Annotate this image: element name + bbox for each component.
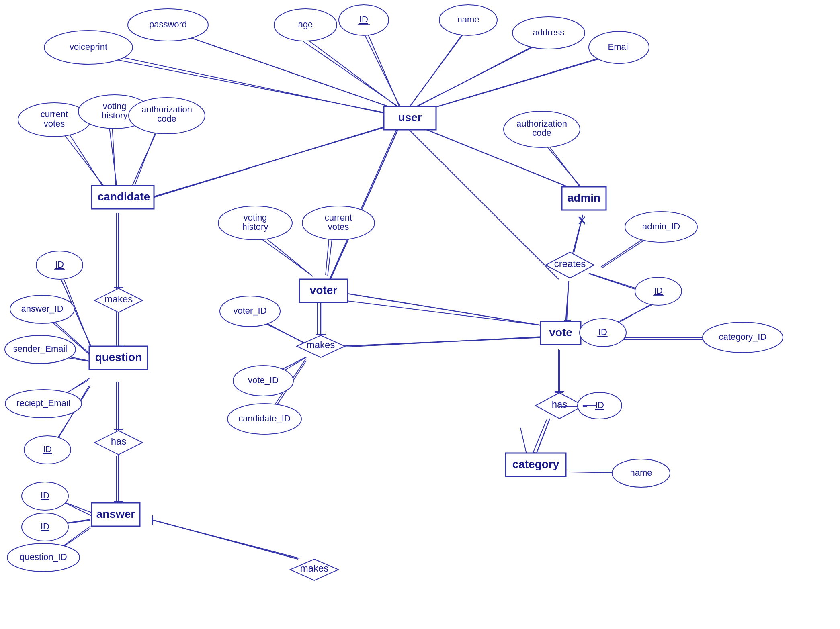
attr-candidate-auth-code-label: authorization: [141, 104, 192, 114]
attr-candidate-voting-history-label2: history: [102, 110, 128, 120]
rel-makes3-label: makes: [300, 563, 329, 574]
attr-user-name-label: name: [457, 14, 479, 25]
svg-line-95: [154, 520, 298, 559]
attr-voter-voting-history-label2: history: [242, 222, 268, 232]
attr-question-id-label: ID: [55, 259, 64, 270]
entity-question-label: question: [95, 351, 142, 364]
entity-vote-label: vote: [549, 326, 572, 339]
attr-voter-id-label: voter_ID: [233, 306, 266, 316]
er-diagram-main: user candidate voter admin vote question…: [0, 0, 840, 629]
attr-answer-id2-label: ID: [41, 490, 49, 500]
attr-voter-current-votes-label: current: [325, 212, 352, 223]
entity-user-label: user: [398, 111, 422, 124]
svg-line-102: [340, 337, 543, 346]
attr-vote-id2-label: ID: [595, 400, 604, 410]
attr-category-id-label: category_ID: [719, 332, 767, 342]
svg-line-68: [330, 125, 400, 279]
attr-reciept-email-label: reciept_Email: [16, 398, 70, 408]
attr-voter-voting-history-label: voting: [244, 212, 267, 223]
attr-email-label: Email: [608, 42, 630, 52]
attr-address-label: address: [533, 27, 564, 37]
svg-line-63: [417, 52, 619, 112]
rel-has1-label: has: [552, 399, 568, 410]
attr-category-name-label: name: [630, 468, 652, 478]
attr-voiceprint-label: voiceprint: [70, 42, 107, 52]
attr-vote-has-id-label: ID: [598, 327, 607, 337]
rel-has2-label: has: [111, 436, 127, 447]
svg-line-61: [410, 27, 468, 106]
attr-user-id-label: ID: [359, 14, 368, 25]
attr-sender-email-label: sender_Email: [13, 344, 68, 354]
attr-creates-id-label: ID: [654, 286, 663, 296]
attr-answer-id3-label: ID: [41, 521, 49, 531]
attr-candidate-voting-history-label: voting: [103, 101, 127, 111]
attr-vote-id-label: vote_ID: [248, 375, 279, 385]
entity-voter-label: voter: [310, 284, 338, 296]
attr-age-label: age: [298, 19, 313, 29]
attr-question-id3-label: question_ID: [20, 552, 67, 562]
svg-line-60: [365, 27, 399, 106]
entity-candidate-label: candidate: [98, 190, 150, 203]
attr-voter-current-votes-label2: votes: [328, 222, 349, 232]
attr-candidate-id-label: candidate_ID: [238, 413, 291, 423]
attr-answer-id-label: answer_ID: [21, 304, 63, 314]
attr-candidate-auth-code-label2: code: [157, 114, 176, 124]
svg-line-59: [305, 38, 397, 106]
attr-question-id2-label: ID: [43, 444, 52, 454]
rel-makes1-label: makes: [104, 294, 133, 304]
svg-line-118: [537, 419, 550, 453]
rel-creates-label: creates: [554, 258, 586, 269]
attr-admin-auth-code-label2: code: [532, 128, 551, 138]
svg-line-64: [153, 125, 392, 198]
attr-admin-id-label: admin_ID: [642, 221, 680, 231]
entity-category-label: category: [512, 458, 559, 470]
attr-admin-auth-code-label: authorization: [516, 118, 567, 129]
entity-admin-label: admin: [568, 192, 600, 204]
rel-makes2-label: makes: [307, 339, 335, 350]
svg-line-58: [169, 30, 392, 108]
attr-candidate-current-votes-label2: votes: [44, 118, 65, 129]
attr-password-label: password: [149, 19, 187, 29]
svg-line-106: [345, 293, 542, 325]
entity-answer-label: answer: [96, 508, 135, 520]
svg-line-113: [566, 281, 569, 320]
attr-candidate-current-votes-label: current: [41, 109, 68, 119]
